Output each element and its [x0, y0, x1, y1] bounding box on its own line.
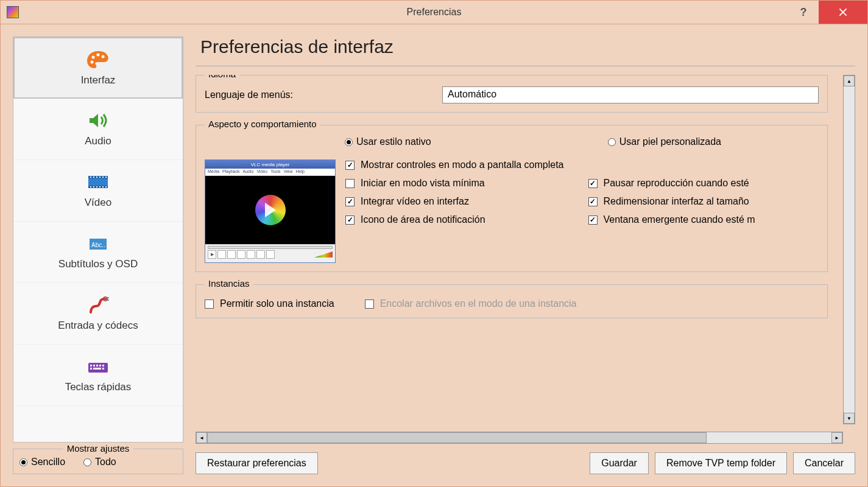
radio-custom-skin[interactable]: Usar piel personalizada	[608, 136, 721, 147]
svg-rect-8	[93, 177, 94, 178]
vertical-scrollbar[interactable]: ▲ ▼	[843, 75, 855, 424]
svg-rect-10	[99, 177, 101, 178]
svg-rect-27	[96, 365, 98, 366]
check-integrate-video[interactable]: Integrar vídeo en interfaz	[345, 196, 576, 207]
svg-point-0	[92, 55, 95, 58]
svg-rect-7	[90, 177, 91, 178]
checkbox-icon	[345, 215, 355, 225]
behavior-group: Aspecto y comportamiento Usar estilo nat…	[196, 125, 828, 272]
svg-point-2	[102, 55, 105, 58]
radio-label: Sencillo	[31, 457, 65, 468]
preview-menu: Media Playback Audio Video Tools View He…	[205, 169, 335, 176]
checkbox-icon	[588, 179, 598, 188]
horizontal-scrollbar[interactable]: ◄ ►	[196, 432, 843, 444]
close-icon	[839, 8, 847, 16]
main-panel: Preferencias de interfaz Idioma Lenguaje…	[196, 37, 855, 474]
checkbox-icon	[365, 300, 374, 309]
svg-rect-25	[90, 365, 92, 366]
svg-rect-26	[93, 365, 95, 366]
check-single-instance[interactable]: Permitir solo una instancia	[205, 298, 334, 309]
svg-rect-28	[99, 365, 101, 366]
help-button[interactable]: ?	[788, 1, 819, 24]
check-label: Permitir solo una instancia	[220, 298, 334, 309]
scroll-up-arrow-icon[interactable]: ▲	[844, 75, 855, 86]
titlebar: Preferencias ?	[0, 0, 868, 24]
nav-item-interface[interactable]: Interfaz	[13, 37, 183, 99]
language-select[interactable]: Automático	[442, 86, 819, 103]
language-label: Lenguaje de menús:	[205, 89, 430, 100]
nav-item-codecs[interactable]: Entrada y códecs	[13, 283, 183, 345]
scroll-thumb[interactable]	[207, 432, 707, 443]
nav-label: Vídeo	[85, 197, 111, 209]
radio-icon	[608, 138, 616, 146]
svg-rect-15	[96, 186, 97, 187]
check-resize-interface[interactable]: Redimensionar interfaz al tamaño	[588, 196, 819, 207]
keyboard-icon	[86, 357, 110, 376]
check-tray-icon[interactable]: Icono de área de notificación	[345, 214, 576, 225]
scroll-down-arrow-icon[interactable]: ▼	[844, 413, 855, 424]
checkbox-icon	[588, 197, 598, 206]
check-label: Mostrar controles en modo a pantalla com…	[361, 159, 564, 170]
check-minimal-start[interactable]: Iniciar en modo vista mínima	[345, 178, 576, 189]
svg-point-3	[91, 60, 94, 63]
svg-rect-32	[102, 368, 104, 370]
svg-rect-18	[105, 186, 107, 187]
radio-native-style[interactable]: Usar estilo nativo	[345, 136, 431, 147]
check-pause-minimized[interactable]: Pausar reproducción cuando esté	[588, 178, 819, 189]
radio-simple[interactable]: Sencillo	[19, 457, 65, 468]
scroll-right-arrow-icon[interactable]: ►	[831, 432, 842, 443]
nav-item-hotkeys[interactable]: Teclas rápidas	[13, 345, 183, 406]
sidebar: Interfaz Audio Vídeo Abc.. Subtítulos y …	[13, 37, 183, 474]
show-settings-group: Mostrar ajustes Sencillo Todo	[13, 449, 183, 474]
preview-title: VLC media player	[205, 160, 335, 169]
settings-scroll-area: Idioma Lenguaje de menús: Automático Asp…	[196, 75, 843, 424]
nav-label: Teclas rápidas	[65, 381, 132, 393]
app-icon	[7, 6, 19, 18]
window-title: Preferencias	[407, 7, 462, 18]
speaker-icon	[86, 111, 110, 130]
instances-group: Instancias Permitir solo una instancia E…	[196, 284, 828, 318]
radio-label: Usar estilo nativo	[356, 136, 431, 147]
nav-item-audio[interactable]: Audio	[13, 99, 183, 160]
cancel-button[interactable]: Cancelar	[793, 452, 855, 474]
svg-rect-22	[104, 297, 109, 298]
restore-button[interactable]: Restaurar preferencias	[196, 452, 318, 474]
svg-rect-14	[93, 186, 94, 187]
check-label: Icono de área de notificación	[361, 214, 485, 225]
scroll-left-arrow-icon[interactable]: ◄	[196, 432, 207, 443]
save-button[interactable]: Guardar	[590, 452, 649, 474]
checkbox-icon	[205, 300, 214, 309]
radio-all[interactable]: Todo	[83, 457, 116, 468]
nav-list: Interfaz Audio Vídeo Abc.. Subtítulos y …	[13, 37, 183, 443]
check-enqueue: Encolar archivos en el modo de una insta…	[365, 298, 577, 309]
check-label: Integrar vídeo en interfaz	[361, 196, 469, 207]
svg-rect-11	[102, 177, 104, 178]
skin-preview: VLC media player Media Playback Audio Vi…	[205, 159, 336, 263]
remove-tvp-button[interactable]: Remove TVP temp folder	[655, 452, 787, 474]
nav-item-video[interactable]: Vídeo	[13, 160, 183, 222]
page-title: Preferencias de interfaz	[196, 37, 855, 57]
svg-rect-30	[90, 368, 92, 370]
svg-rect-29	[102, 365, 104, 366]
svg-rect-9	[96, 177, 97, 178]
check-label: Redimensionar interfaz al tamaño	[604, 196, 749, 207]
checkbox-icon	[588, 215, 598, 225]
check-label: Pausar reproducción cuando esté	[604, 178, 749, 189]
footer: Restaurar preferencias Guardar Remove TV…	[196, 452, 855, 474]
check-label: Iniciar en modo vista mínima	[361, 178, 485, 189]
behavior-legend: Aspecto y comportamiento	[205, 119, 320, 129]
check-fullscreen-controls[interactable]: Mostrar controles en modo a pantalla com…	[345, 159, 819, 170]
radio-label: Todo	[95, 457, 116, 468]
svg-rect-16	[99, 186, 101, 187]
nav-label: Interfaz	[81, 74, 116, 86]
show-settings-legend: Mostrar ajustes	[63, 443, 133, 454]
language-legend: Idioma	[205, 75, 239, 79]
checkbox-icon	[345, 161, 355, 170]
checkbox-icon	[345, 179, 355, 188]
nav-item-subtitles[interactable]: Abc.. Subtítulos y OSD	[13, 222, 183, 283]
svg-point-1	[97, 53, 100, 56]
palette-icon	[86, 50, 110, 69]
check-popup-window[interactable]: Ventana emergente cuando esté m	[588, 214, 819, 225]
close-button[interactable]	[819, 1, 867, 24]
checkbox-icon	[345, 197, 355, 206]
